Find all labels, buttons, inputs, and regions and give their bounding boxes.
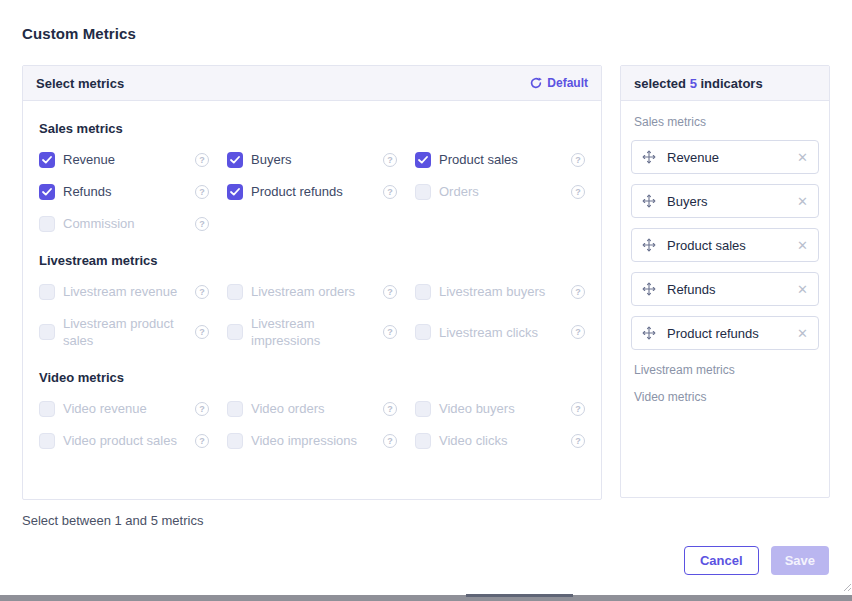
metric-label: Livestream product sales	[63, 315, 189, 349]
metric-label: Livestream buyers	[439, 283, 565, 300]
selected-metric-card[interactable]: Revenue ✕	[631, 140, 819, 174]
remove-icon[interactable]: ✕	[797, 195, 808, 208]
metric-checkbox-row: Livestream revenue ?	[39, 283, 209, 300]
selected-metric-label: Product refunds	[667, 326, 797, 341]
metric-checkbox[interactable]	[415, 184, 431, 200]
save-button[interactable]: Save	[771, 546, 829, 575]
metric-checkbox[interactable]	[39, 216, 55, 232]
metric-checkbox[interactable]	[415, 284, 431, 300]
metric-checkbox[interactable]	[415, 152, 431, 168]
metric-checkbox-row: Livestream impressions ?	[227, 315, 397, 349]
help-icon[interactable]: ?	[383, 185, 397, 199]
check-icon	[42, 156, 52, 164]
selected-indicators-panel: selected 5 indicators Sales metrics Reve…	[620, 65, 830, 498]
metric-checkbox[interactable]	[415, 401, 431, 417]
metric-checkbox[interactable]	[415, 324, 431, 340]
check-icon	[42, 188, 52, 196]
selected-group-label: Sales metrics	[634, 115, 819, 129]
remove-icon[interactable]: ✕	[797, 327, 808, 340]
selected-metric-label: Buyers	[667, 194, 797, 209]
metric-label: Orders	[439, 183, 565, 200]
help-icon[interactable]: ?	[571, 153, 585, 167]
scrollbar-thumb[interactable]	[466, 594, 573, 597]
metric-label: Buyers	[251, 151, 377, 168]
help-icon[interactable]: ?	[195, 402, 209, 416]
help-icon[interactable]: ?	[571, 285, 585, 299]
default-button[interactable]: Default	[530, 76, 588, 90]
metric-checkbox[interactable]	[39, 433, 55, 449]
metric-label: Livestream clicks	[439, 324, 565, 341]
metric-section: Livestream metrics Livestream revenue ? …	[39, 253, 585, 349]
metric-label: Video product sales	[63, 432, 189, 449]
selected-metric-card[interactable]: Product sales ✕	[631, 228, 819, 262]
metric-checkbox-row: Video impressions ?	[227, 432, 397, 449]
check-icon	[230, 156, 240, 164]
remove-icon[interactable]: ✕	[797, 283, 808, 296]
horizontal-scrollbar[interactable]	[0, 595, 852, 601]
help-icon[interactable]: ?	[195, 153, 209, 167]
metric-checkbox-row: Video product sales ?	[39, 432, 209, 449]
metric-checkbox[interactable]	[415, 433, 431, 449]
selected-metric-card[interactable]: Buyers ✕	[631, 184, 819, 218]
metric-label: Commission	[63, 215, 189, 232]
help-icon[interactable]: ?	[195, 185, 209, 199]
help-icon[interactable]: ?	[571, 185, 585, 199]
help-icon[interactable]: ?	[571, 402, 585, 416]
metric-checkbox[interactable]	[39, 324, 55, 340]
metric-checkbox[interactable]	[227, 284, 243, 300]
help-icon[interactable]: ?	[195, 434, 209, 448]
metric-checkbox[interactable]	[227, 401, 243, 417]
help-icon[interactable]: ?	[571, 325, 585, 339]
metric-checkbox[interactable]	[39, 401, 55, 417]
default-button-label: Default	[547, 76, 588, 90]
help-icon[interactable]: ?	[195, 217, 209, 231]
metric-checkbox-row: Video buyers ?	[415, 400, 585, 417]
section-title: Video metrics	[39, 370, 585, 385]
metric-label: Video impressions	[251, 432, 377, 449]
help-icon[interactable]: ?	[383, 153, 397, 167]
drag-handle-icon[interactable]	[642, 194, 656, 208]
metric-checkbox[interactable]	[227, 433, 243, 449]
help-icon[interactable]: ?	[195, 285, 209, 299]
metric-checkbox[interactable]	[39, 284, 55, 300]
help-icon[interactable]: ?	[383, 325, 397, 339]
remove-icon[interactable]: ✕	[797, 239, 808, 252]
drag-handle-icon[interactable]	[642, 238, 656, 252]
metric-checkbox-row: Livestream product sales ?	[39, 315, 209, 349]
metric-label: Livestream revenue	[63, 283, 189, 300]
metric-checkbox[interactable]	[39, 152, 55, 168]
metric-label: Livestream impressions	[251, 315, 377, 349]
metric-checkbox-row: Livestream buyers ?	[415, 283, 585, 300]
metric-label: Video orders	[251, 400, 377, 417]
help-icon[interactable]: ?	[383, 434, 397, 448]
select-metrics-title: Select metrics	[36, 76, 124, 91]
help-icon[interactable]: ?	[383, 402, 397, 416]
metric-checkbox[interactable]	[39, 184, 55, 200]
selected-metric-label: Revenue	[667, 150, 797, 165]
empty-group-label: Livestream metrics	[634, 363, 819, 377]
select-metrics-panel: Select metrics Default Sales metrics Rev…	[22, 65, 602, 500]
drag-handle-icon[interactable]	[642, 282, 656, 296]
metric-checkbox-row: Video orders ?	[227, 400, 397, 417]
help-icon[interactable]: ?	[383, 285, 397, 299]
metric-checkbox[interactable]	[227, 324, 243, 340]
metric-label: Revenue	[63, 151, 189, 168]
section-grid: Livestream revenue ? Livestream orders ?…	[39, 283, 585, 349]
selected-list: Revenue ✕ Buyers ✕ Product sales	[631, 140, 819, 350]
help-icon[interactable]: ?	[571, 434, 585, 448]
drag-handle-icon[interactable]	[642, 150, 656, 164]
section-title: Sales metrics	[39, 121, 585, 136]
metric-checkbox[interactable]	[227, 152, 243, 168]
selected-metric-card[interactable]: Refunds ✕	[631, 272, 819, 306]
metric-checkbox[interactable]	[227, 184, 243, 200]
selected-metric-card[interactable]: Product refunds ✕	[631, 316, 819, 350]
metric-checkbox-row: Livestream orders ?	[227, 283, 397, 300]
resize-grip-icon[interactable]	[843, 578, 852, 596]
cancel-button[interactable]: Cancel	[684, 546, 759, 575]
page-title: Custom Metrics	[22, 25, 136, 42]
drag-handle-icon[interactable]	[642, 326, 656, 340]
metric-checkbox-row: Revenue ?	[39, 151, 209, 168]
help-icon[interactable]: ?	[195, 325, 209, 339]
metric-label: Video revenue	[63, 400, 189, 417]
remove-icon[interactable]: ✕	[797, 151, 808, 164]
